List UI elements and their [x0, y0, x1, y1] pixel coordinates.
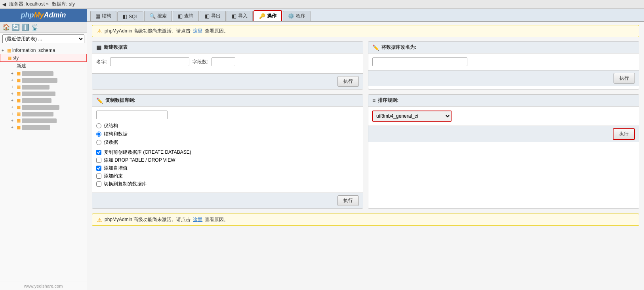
checkbox-switch-db-input[interactable] — [96, 181, 101, 187]
sidebar-table-5[interactable]: + ▦ — [10, 97, 87, 104]
checkbox-create-db-label: 复制前创建数据库 (CREATE DATABASE) — [104, 149, 191, 156]
warning-link-top[interactable]: 这里 — [193, 28, 202, 34]
logo-my: My — [34, 11, 44, 19]
radio-data-only-label: 仅数据 — [104, 139, 118, 146]
back-arrow[interactable]: ◀ — [2, 2, 6, 7]
table-name-6 — [22, 105, 59, 110]
tab-import[interactable]: ◧ 导入 — [227, 11, 253, 21]
checkbox-drop-table[interactable]: 添加 DROP TABLE / DROP VIEW — [96, 157, 359, 164]
db-label: 数据库: sfy — [52, 1, 75, 8]
radio-data-only-input[interactable] — [96, 140, 101, 145]
tab-search[interactable]: 🔍 搜索 — [144, 11, 172, 21]
import-icon: ◧ — [232, 13, 236, 19]
home-icon[interactable]: 🏠 — [2, 23, 10, 31]
checkbox-switch-db[interactable]: 切换到复制的数据库 — [96, 181, 359, 187]
section-rename-db: ✏️ 将数据库改名为: 执行 — [368, 41, 639, 90]
sidebar-toolbar: 🏠 🔄 ℹ️ 📡 — [0, 22, 87, 33]
tab-routines[interactable]: ⚙️ 程序 — [283, 11, 311, 21]
warning-link-bottom[interactable]: 这里 — [193, 216, 202, 223]
warning-icon-bottom: ⚠ — [97, 217, 102, 223]
name-label: 名字: — [96, 59, 107, 65]
tab-export[interactable]: ◧ 导出 — [200, 11, 226, 21]
tab-import-label: 导入 — [238, 13, 248, 19]
table-name-7 — [22, 112, 53, 116]
checkbox-constraints-input[interactable] — [96, 174, 101, 179]
collation-body: utf8mb4_general_ci utf8_general_ci utf8m… — [368, 107, 639, 126]
table-name-5 — [22, 98, 51, 103]
tab-sql[interactable]: ◧ SQL — [117, 11, 143, 21]
radio-structure-data-input[interactable] — [96, 132, 101, 137]
copy-db-footer: 执行 — [92, 193, 363, 208]
copy-db-title: 复制数据库到: — [105, 97, 135, 104]
collation-footer: 执行 — [368, 126, 639, 142]
sidebar-table-1[interactable]: + ▦ — [10, 70, 87, 77]
new-table-title: 新建数据表 — [104, 44, 128, 51]
config-icon[interactable]: 📡 — [31, 23, 39, 31]
tab-bar: ▦ 结构 ◧ SQL 🔍 搜索 ◧ 查询 ◧ 导出 ◧ 导入 — [87, 9, 644, 22]
db-icon: ▦ — [7, 48, 11, 53]
copy-db-body: 仅结构 结构和数据 仅数据 — [92, 107, 363, 193]
sidebar-table-7[interactable]: + ▦ — [10, 111, 87, 117]
routines-icon: ⚙️ — [288, 13, 294, 19]
new-table-exec-button[interactable]: 执行 — [337, 76, 359, 87]
new-table-icon: ▦ — [96, 44, 101, 51]
radio-data-only[interactable]: 仅数据 — [96, 139, 359, 146]
sidebar-item-new[interactable]: 新建 — [10, 62, 87, 70]
tab-query[interactable]: ◧ 查询 — [173, 11, 199, 21]
section-copy-db: ✏️ 复制数据库到: 仅结构 — [92, 94, 363, 209]
checkbox-create-db[interactable]: 复制前创建数据库 (CREATE DATABASE) — [96, 149, 359, 156]
copy-db-exec-button[interactable]: 执行 — [337, 195, 359, 206]
sidebar-table-select[interactable]: (最近使用的表) ... — [2, 34, 84, 43]
tab-operations-label: 操作 — [267, 13, 276, 19]
page-content: ⚠ phpMyAdmin 高级功能尚未激活。请点击 这里 查看原因。 ▦ 新建数… — [87, 22, 644, 290]
fields-count-input[interactable] — [211, 57, 235, 66]
info-icon[interactable]: ℹ️ — [21, 23, 29, 31]
sidebar-table-9[interactable]: + ▦ — [10, 124, 87, 131]
sidebar-select-wrapper: (最近使用的表) ... — [0, 33, 87, 45]
table-name-4 — [22, 92, 55, 96]
rename-db-exec-button[interactable]: 执行 — [614, 73, 635, 84]
tab-structure[interactable]: ▦ 结构 — [90, 11, 116, 21]
radio-structure-only[interactable]: 仅结构 — [96, 122, 359, 129]
collation-icon: ≡ — [372, 97, 375, 104]
copy-db-name-input[interactable] — [96, 111, 168, 119]
rename-db-footer: 执行 — [368, 70, 639, 86]
fields-label: 字段数: — [192, 59, 208, 65]
sidebar-table-6[interactable]: + ▦ — [10, 104, 87, 111]
radio-structure-data[interactable]: 结构和数据 — [96, 131, 359, 137]
new-table-header: ▦ 新建数据表 — [92, 42, 363, 53]
sidebar-item-information-schema[interactable]: + ▦ information_schema — [0, 47, 87, 54]
search-icon: 🔍 — [149, 13, 156, 19]
collation-select[interactable]: utf8mb4_general_ci utf8_general_ci utf8m… — [372, 111, 452, 122]
radio-structure-only-input[interactable] — [96, 123, 101, 128]
refresh-icon[interactable]: 🔄 — [12, 23, 20, 31]
table-name-input[interactable] — [110, 57, 189, 66]
logo-admin: Admin — [44, 11, 66, 19]
table-name-8 — [22, 118, 57, 123]
sidebar-subtree-sfy: 新建 + ▦ + ▦ + ▦ — [0, 62, 87, 131]
sidebar-table-3[interactable]: + ▦ — [10, 84, 87, 90]
sidebar-header: phpMyAdmin — [0, 9, 87, 22]
table-name-9 — [22, 125, 50, 130]
checkbox-create-db-input[interactable] — [96, 150, 101, 155]
collation-exec-button[interactable]: 执行 — [613, 128, 635, 140]
sidebar-item-sfy[interactable]: − ▦ sfy — [0, 54, 87, 62]
sidebar-table-8[interactable]: + ▦ — [10, 117, 87, 124]
sidebar-table-4[interactable]: + ▦ — [10, 90, 87, 97]
copy-db-checkboxes: 复制前创建数据库 (CREATE DATABASE) 添加 DROP TABLE… — [96, 149, 359, 187]
checkbox-auto-increment-input[interactable] — [96, 166, 101, 171]
sidebar-table-2[interactable]: + ▦ — [10, 77, 87, 84]
db-icon-sfy: ▦ — [8, 55, 11, 61]
radio-structure-data-label: 结构和数据 — [104, 131, 128, 137]
tab-structure-label: 结构 — [102, 13, 111, 19]
checkbox-constraints[interactable]: 添加约束 — [96, 173, 359, 179]
checkbox-auto-increment[interactable]: 添加自增值 — [96, 165, 359, 172]
rename-db-input[interactable] — [372, 57, 467, 66]
table-name-2 — [22, 78, 57, 83]
checkbox-drop-table-input[interactable] — [96, 158, 101, 163]
warning-icon-top: ⚠ — [97, 28, 102, 34]
tab-operations[interactable]: 🔑 操作 — [253, 10, 282, 21]
new-table-form-row: 名字: 字段数: — [96, 57, 359, 66]
db-name-sfy: sfy — [13, 55, 19, 61]
bottom-sections-row: ✏️ 复制数据库到: 仅结构 — [92, 94, 639, 209]
